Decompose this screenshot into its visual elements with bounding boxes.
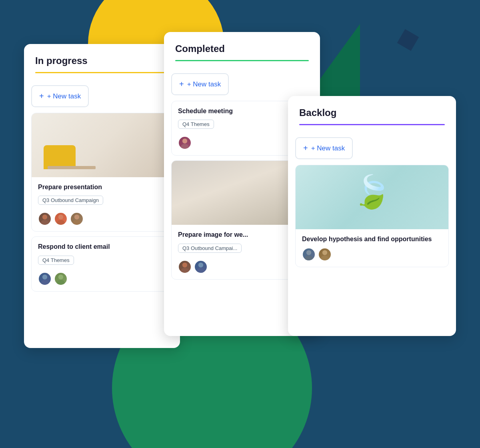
avatar-6 bbox=[178, 136, 192, 150]
new-task-label: + New task bbox=[47, 92, 81, 100]
svg-point-2 bbox=[58, 215, 63, 220]
svg-point-9 bbox=[57, 280, 64, 284]
backlog-title: Backlog bbox=[299, 107, 445, 118]
avatar-7 bbox=[302, 248, 316, 261]
svg-point-19 bbox=[321, 256, 328, 260]
svg-point-13 bbox=[181, 268, 188, 272]
completed-title: Completed bbox=[175, 43, 309, 54]
plus-icon: + bbox=[303, 144, 308, 153]
task-tag: Q3 Outbound Campai... bbox=[178, 244, 242, 253]
task-body: Prepare presentation Q3 Outbound Campaig… bbox=[32, 177, 172, 231]
task-image-desk bbox=[32, 113, 172, 177]
completed-underline bbox=[175, 60, 309, 61]
task-avatars bbox=[302, 248, 442, 261]
avatar-1 bbox=[178, 260, 192, 274]
task-develop-hypothesis[interactable]: Develop hypothesis and find opportunitie… bbox=[295, 165, 449, 267]
task-tag: Q3 Outbound Campaign bbox=[38, 196, 103, 205]
svg-point-1 bbox=[41, 220, 48, 225]
new-task-label: + New task bbox=[187, 80, 221, 88]
task-avatars bbox=[38, 272, 166, 286]
svg-point-16 bbox=[306, 250, 311, 255]
svg-point-7 bbox=[41, 280, 48, 284]
task-body: Develop hypothesis and find opportunitie… bbox=[296, 229, 448, 267]
avatar-3 bbox=[70, 212, 84, 226]
completed-new-task-button[interactable]: + + New task bbox=[171, 73, 229, 95]
avatar-8 bbox=[318, 248, 332, 261]
task-avatars bbox=[178, 260, 306, 274]
in-progress-title: In progress bbox=[35, 55, 169, 66]
task-title: Develop hypothesis and find opportunitie… bbox=[302, 235, 442, 244]
backlog-underline bbox=[299, 124, 445, 125]
svg-point-12 bbox=[182, 262, 187, 267]
avatar-1 bbox=[38, 212, 52, 226]
svg-point-15 bbox=[197, 268, 204, 272]
svg-point-11 bbox=[181, 144, 188, 149]
task-tag: Q4 Themes bbox=[38, 256, 74, 265]
in-progress-new-task-button[interactable]: + + New task bbox=[31, 85, 89, 107]
task-prepare-presentation[interactable]: Prepare presentation Q3 Outbound Campaig… bbox=[31, 113, 173, 232]
backlog-header: Backlog bbox=[288, 96, 456, 132]
svg-point-17 bbox=[305, 256, 312, 260]
avatar-4 bbox=[194, 260, 208, 274]
task-title: Prepare image for we... bbox=[178, 230, 306, 239]
avatar-5 bbox=[54, 272, 68, 286]
svg-point-8 bbox=[58, 274, 63, 279]
svg-point-10 bbox=[182, 139, 187, 144]
task-tag: Q4 Themes bbox=[178, 120, 214, 129]
task-avatars bbox=[38, 212, 166, 226]
task-title: Schedule meeting bbox=[178, 107, 306, 116]
svg-point-5 bbox=[73, 220, 80, 225]
backlog-column: Backlog + + New task Develop hypothesis … bbox=[288, 96, 456, 336]
task-image-leaf bbox=[296, 165, 448, 229]
task-title: Prepare presentation bbox=[38, 183, 166, 192]
completed-header: Completed bbox=[164, 32, 320, 68]
plus-icon: + bbox=[179, 80, 184, 89]
svg-point-18 bbox=[322, 250, 327, 255]
task-respond-email[interactable]: Respond to client email Q4 Themes bbox=[31, 236, 173, 291]
new-task-label: + New task bbox=[311, 144, 345, 152]
backlog-tasks: Develop hypothesis and find opportunitie… bbox=[288, 165, 456, 274]
svg-point-0 bbox=[42, 215, 47, 220]
avatar-2 bbox=[54, 212, 68, 226]
svg-point-6 bbox=[42, 274, 47, 279]
task-avatars bbox=[178, 136, 306, 150]
in-progress-underline bbox=[35, 72, 169, 73]
task-title: Respond to client email bbox=[38, 242, 166, 251]
in-progress-header: In progress bbox=[24, 44, 180, 80]
avatar-4 bbox=[38, 272, 52, 286]
svg-point-4 bbox=[74, 215, 79, 220]
backlog-new-task-button[interactable]: + + New task bbox=[295, 137, 353, 159]
svg-point-14 bbox=[198, 262, 203, 267]
plus-icon: + bbox=[39, 92, 44, 101]
in-progress-tasks: Prepare presentation Q3 Outbound Campaig… bbox=[24, 113, 180, 299]
in-progress-column: In progress + + New task Prepare present… bbox=[24, 44, 180, 348]
cards-container: In progress + + New task Prepare present… bbox=[16, 32, 464, 416]
svg-point-3 bbox=[57, 220, 64, 225]
